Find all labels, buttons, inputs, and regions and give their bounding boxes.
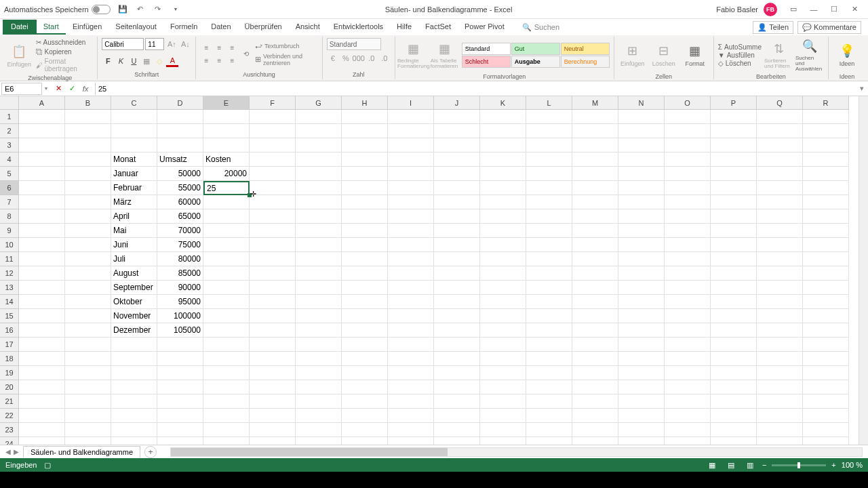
cell-L5[interactable] xyxy=(526,167,572,181)
col-header-C[interactable]: C xyxy=(111,96,157,110)
cell-H3[interactable] xyxy=(342,138,388,152)
row-header-2[interactable]: 2 xyxy=(0,124,19,138)
cell-P12[interactable] xyxy=(711,266,757,281)
cell-R15[interactable] xyxy=(803,309,849,323)
cell-D13[interactable]: 90000 xyxy=(157,281,203,295)
cell-H2[interactable] xyxy=(342,124,388,138)
cell-H13[interactable] xyxy=(342,281,388,295)
decrease-decimal-icon[interactable]: .0 xyxy=(378,52,391,64)
cell-N4[interactable] xyxy=(618,152,665,167)
increase-font-icon[interactable]: A↑ xyxy=(165,38,178,50)
cell-L23[interactable] xyxy=(526,423,572,437)
cell-E3[interactable] xyxy=(203,138,250,152)
row-header-20[interactable]: 20 xyxy=(0,380,19,394)
cell-C17[interactable] xyxy=(111,338,157,352)
cell-B13[interactable] xyxy=(65,281,111,295)
cell-M17[interactable] xyxy=(572,338,618,352)
cell-L8[interactable] xyxy=(526,209,572,224)
cell-C9[interactable]: Mai xyxy=(111,224,157,238)
cell-I7[interactable] xyxy=(388,195,434,209)
cell-M11[interactable] xyxy=(572,252,618,266)
cell-M13[interactable] xyxy=(572,281,618,295)
cell-P5[interactable] xyxy=(711,167,757,181)
cell-A17[interactable] xyxy=(19,338,65,352)
cell-F1[interactable] xyxy=(250,110,296,124)
cell-P24[interactable] xyxy=(711,437,757,445)
cell-G11[interactable] xyxy=(296,252,342,266)
cell-O17[interactable] xyxy=(665,338,711,352)
find-select-button[interactable]: 🔍Suchen und Auswählen xyxy=(795,38,824,72)
cell-H19[interactable] xyxy=(342,366,388,380)
cell-J20[interactable] xyxy=(434,380,480,394)
currency-icon[interactable]: € xyxy=(327,52,339,64)
cell-K21[interactable] xyxy=(480,394,526,409)
cell-P22[interactable] xyxy=(711,409,757,423)
cell-K10[interactable] xyxy=(480,238,526,252)
cell-G1[interactable] xyxy=(296,110,342,124)
cell-O22[interactable] xyxy=(665,409,711,423)
cell-R6[interactable] xyxy=(803,181,849,195)
cell-M2[interactable] xyxy=(572,124,618,138)
cell-K7[interactable] xyxy=(480,195,526,209)
cell-Q24[interactable] xyxy=(757,437,803,445)
cell-J23[interactable] xyxy=(434,423,480,437)
cell-F3[interactable] xyxy=(250,138,296,152)
row-header-12[interactable]: 12 xyxy=(0,266,19,281)
qat-dropdown-icon[interactable]: ▾ xyxy=(170,4,181,15)
row-header-14[interactable]: 14 xyxy=(0,295,19,309)
cell-C22[interactable] xyxy=(111,409,157,423)
undo-icon[interactable]: ↶ xyxy=(135,4,146,15)
cell-L2[interactable] xyxy=(526,124,572,138)
col-header-E[interactable]: E xyxy=(203,96,250,110)
cell-O18[interactable] xyxy=(665,352,711,366)
row-header-7[interactable]: 7 xyxy=(0,195,19,209)
cell-D12[interactable]: 85000 xyxy=(157,266,203,281)
cell-G21[interactable] xyxy=(296,394,342,409)
tab-formulas[interactable]: Formeln xyxy=(163,20,204,35)
cell-N6[interactable] xyxy=(618,181,665,195)
cell-B23[interactable] xyxy=(65,423,111,437)
cell-M1[interactable] xyxy=(572,110,618,124)
cell-I13[interactable] xyxy=(388,281,434,295)
cell-C12[interactable]: August xyxy=(111,266,157,281)
cell-M20[interactable] xyxy=(572,380,618,394)
cell-G2[interactable] xyxy=(296,124,342,138)
tab-data[interactable]: Daten xyxy=(204,20,237,35)
page-layout-view-icon[interactable]: ▤ xyxy=(724,460,738,470)
cell-A12[interactable] xyxy=(19,266,65,281)
cell-C3[interactable] xyxy=(111,138,157,152)
cell-M4[interactable] xyxy=(572,152,618,167)
style-neutral[interactable]: Neutral xyxy=(561,43,610,55)
cell-N18[interactable] xyxy=(618,352,665,366)
cell-I18[interactable] xyxy=(388,352,434,366)
cell-H17[interactable] xyxy=(342,338,388,352)
ribbon-display-icon[interactable]: ▭ xyxy=(784,3,803,16)
cell-F21[interactable] xyxy=(250,394,296,409)
wrap-text-button[interactable]: ⮐Textumbruch xyxy=(254,41,318,51)
cell-O4[interactable] xyxy=(665,152,711,167)
cell-A23[interactable] xyxy=(19,423,65,437)
cell-R2[interactable] xyxy=(803,124,849,138)
cell-G6[interactable] xyxy=(296,181,342,195)
row-header-24[interactable]: 24 xyxy=(0,437,19,445)
cell-K24[interactable] xyxy=(480,437,526,445)
col-header-F[interactable]: F xyxy=(250,96,296,110)
cell-R1[interactable] xyxy=(803,110,849,124)
style-ausgabe[interactable]: Ausgabe xyxy=(511,56,560,68)
cell-G19[interactable] xyxy=(296,366,342,380)
cell-M21[interactable] xyxy=(572,394,618,409)
cell-R12[interactable] xyxy=(803,266,849,281)
autosave-toggle[interactable]: Automatisches Speichern xyxy=(4,5,111,14)
cell-P9[interactable] xyxy=(711,224,757,238)
cell-F19[interactable] xyxy=(250,366,296,380)
cell-P20[interactable] xyxy=(711,380,757,394)
redo-icon[interactable]: ↷ xyxy=(153,4,163,15)
cell-K3[interactable] xyxy=(480,138,526,152)
cell-D18[interactable] xyxy=(157,352,203,366)
row-header-11[interactable]: 11 xyxy=(0,252,19,266)
cell-F6[interactable] xyxy=(250,181,296,195)
cell-B10[interactable] xyxy=(65,238,111,252)
cell-E10[interactable] xyxy=(203,238,250,252)
cell-F18[interactable] xyxy=(250,352,296,366)
cell-G24[interactable] xyxy=(296,437,342,445)
